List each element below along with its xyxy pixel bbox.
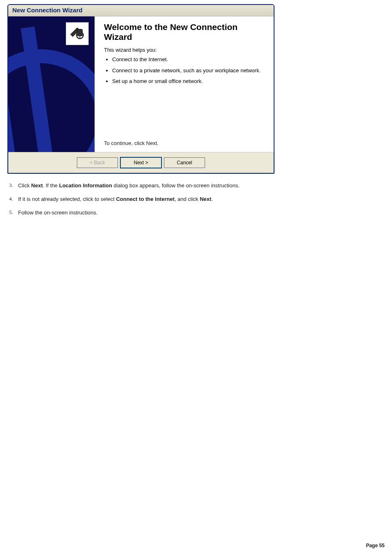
wizard-continue-hint: To continue, click Next. bbox=[104, 140, 265, 146]
wizard-bullet-item: Connect to the Internet. bbox=[112, 56, 265, 63]
text-bold: Connect to the Internet bbox=[116, 196, 174, 202]
text-bold: Next bbox=[31, 182, 43, 189]
wizard-bullet-list: Connect to the Internet. Connect to a pr… bbox=[104, 56, 265, 85]
text-run: , and click bbox=[175, 196, 200, 202]
page-number: Page 55 bbox=[366, 543, 385, 548]
instruction-item: 4. If it is not already selected, click … bbox=[9, 196, 388, 203]
step-number: 5. bbox=[9, 209, 18, 216]
step-number: 3. bbox=[9, 182, 18, 189]
wizard-bullet-item: Connect to a private network, such as yo… bbox=[112, 67, 265, 74]
wizard-button-bar: < Back Next > Cancel bbox=[8, 152, 274, 173]
wizard-intro-text: This wizard helps you: bbox=[104, 47, 265, 53]
step-number: 4. bbox=[9, 196, 18, 202]
instruction-item: 5. Follow the on-screen instructions. bbox=[9, 209, 388, 217]
back-button: < Back bbox=[77, 157, 118, 168]
wizard-heading: Welcome to the New Connection Wizard bbox=[104, 22, 265, 42]
wizard-dialog: New Connection Wizard Welcome to the New… bbox=[7, 4, 274, 174]
text-bold: Location Information bbox=[59, 182, 112, 189]
text-run: . If the bbox=[43, 182, 59, 189]
instruction-steps: 3. Click Next. If the Location Informati… bbox=[9, 182, 388, 217]
text-run: Click bbox=[18, 182, 31, 189]
text-run: If it is not already selected, click to … bbox=[18, 196, 116, 202]
text-run: Follow the on-screen instructions. bbox=[18, 210, 98, 216]
wizard-content: Welcome to the New Connection Wizard Thi… bbox=[95, 16, 274, 152]
step-text: Click Next. If the Location Information … bbox=[18, 182, 388, 190]
cancel-button[interactable]: Cancel bbox=[164, 157, 205, 168]
wizard-bullet-item: Set up a home or small office network. bbox=[112, 78, 265, 85]
text-run: . bbox=[211, 196, 213, 202]
step-text: Follow the on-screen instructions. bbox=[18, 209, 388, 217]
wizard-body: Welcome to the New Connection Wizard Thi… bbox=[8, 16, 274, 152]
text-run: dialog box appears, follow the on-screen… bbox=[112, 182, 240, 189]
wizard-sidebar bbox=[8, 16, 95, 152]
document-page: New Connection Wizard Welcome to the New… bbox=[0, 0, 392, 555]
wizard-title: New Connection Wizard bbox=[8, 5, 274, 16]
text-bold: Next bbox=[200, 196, 211, 202]
step-text: If it is not already selected, click to … bbox=[18, 196, 388, 203]
next-button[interactable]: Next > bbox=[120, 157, 161, 168]
network-connection-icon bbox=[66, 22, 89, 45]
instruction-item: 3. Click Next. If the Location Informati… bbox=[9, 182, 388, 190]
